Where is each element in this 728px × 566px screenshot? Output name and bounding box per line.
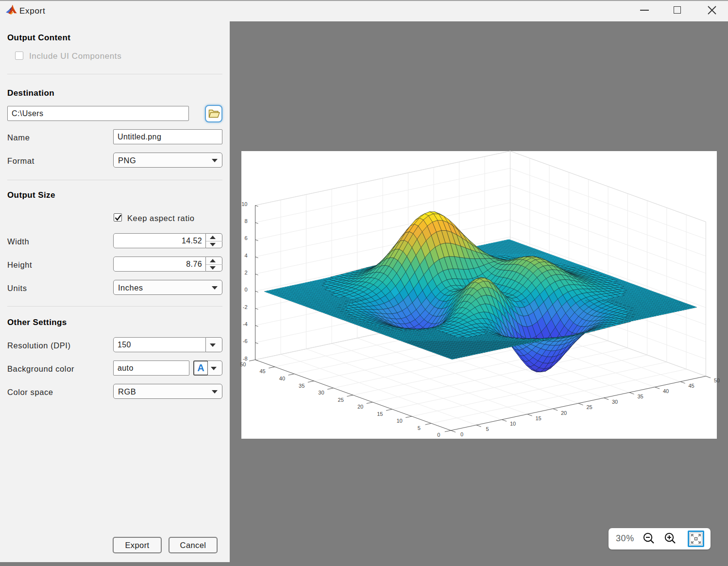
- svg-text:50: 50: [240, 361, 246, 367]
- svg-text:40: 40: [663, 388, 669, 394]
- svg-text:10: 10: [396, 418, 402, 424]
- svg-text:20: 20: [357, 404, 363, 410]
- svg-text:50: 50: [714, 377, 720, 383]
- svg-text:35: 35: [299, 383, 305, 389]
- svg-text:4: 4: [244, 253, 247, 258]
- svg-text:25: 25: [338, 397, 344, 403]
- svg-text:15: 15: [535, 415, 541, 421]
- svg-text:20: 20: [561, 410, 567, 416]
- svg-text:5: 5: [418, 425, 421, 431]
- svg-text:40: 40: [279, 376, 285, 381]
- svg-text:30: 30: [612, 399, 618, 405]
- svg-text:35: 35: [637, 394, 643, 399]
- svg-text:10: 10: [241, 201, 247, 207]
- svg-text:8: 8: [244, 218, 247, 224]
- svg-text:25: 25: [586, 404, 592, 410]
- svg-text:-6: -6: [243, 338, 248, 344]
- svg-text:2: 2: [244, 270, 247, 275]
- svg-text:15: 15: [377, 411, 383, 417]
- svg-text:6: 6: [244, 235, 247, 241]
- svg-text:0: 0: [460, 431, 463, 437]
- svg-text:-8: -8: [243, 356, 248, 361]
- svg-text:-4: -4: [243, 321, 248, 327]
- svg-text:30: 30: [318, 390, 324, 395]
- svg-text:45: 45: [259, 368, 265, 374]
- svg-text:0: 0: [437, 432, 440, 438]
- svg-text:0: 0: [244, 287, 247, 292]
- svg-text:45: 45: [688, 383, 694, 389]
- svg-text:-2: -2: [243, 304, 248, 310]
- svg-text:10: 10: [510, 421, 516, 427]
- svg-text:5: 5: [486, 426, 489, 432]
